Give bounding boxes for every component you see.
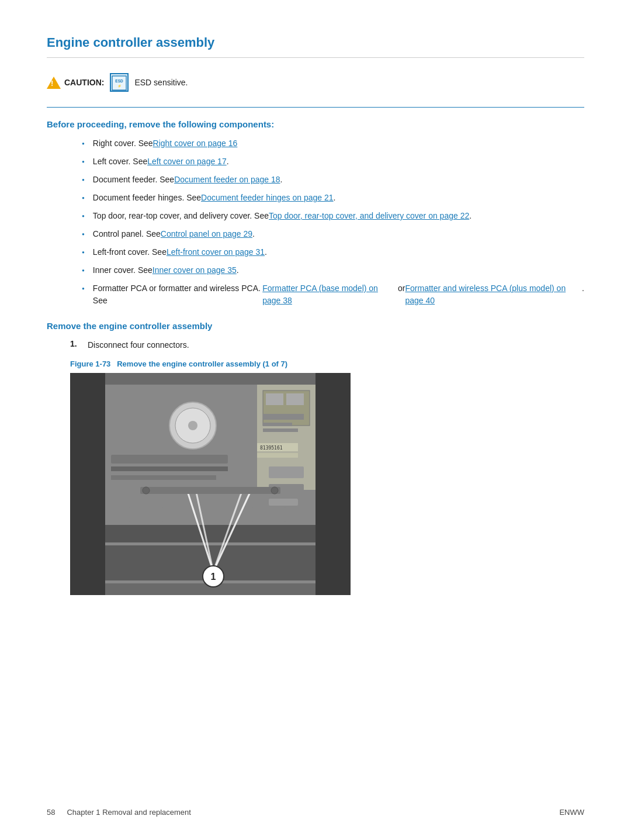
svg-rect-20	[105, 525, 316, 542]
link-doc-feeder[interactable]: Document feeder on page 18	[174, 174, 280, 186]
svg-rect-11	[263, 414, 304, 420]
svg-rect-18	[111, 466, 228, 471]
svg-rect-36	[257, 453, 298, 458]
caution-box: CAUTION: ESD ⚡ ESD sensitive.	[47, 68, 584, 101]
link-formatter-pca[interactable]: Formatter PCA (base model) on page 38	[262, 282, 398, 307]
link-doc-feeder-hinges[interactable]: Document feeder hinges on page 21	[201, 192, 334, 204]
title-divider	[47, 57, 584, 58]
svg-rect-19	[111, 475, 216, 480]
link-left-front-cover[interactable]: Left-front cover on page 31	[167, 246, 265, 258]
link-top-door[interactable]: Top door, rear-top cover, and delivery c…	[269, 210, 469, 222]
caution-label: CAUTION:	[47, 77, 104, 89]
esd-icon: ESD ⚡	[110, 73, 129, 92]
list-item: Left cover. See Left cover on page 17.	[82, 155, 584, 168]
figure-image: 81395161 1	[70, 373, 351, 595]
svg-rect-32	[129, 507, 164, 522]
svg-text:ESD: ESD	[116, 79, 124, 83]
prereq-heading: Before proceeding, remove the following …	[47, 119, 584, 129]
page: Engine controller assembly CAUTION: ESD …	[0, 0, 631, 840]
page-title: Engine controller assembly	[47, 35, 584, 50]
figure-label: Figure 1-73	[70, 359, 110, 368]
step-description: Disconnect four connectors.	[88, 339, 189, 351]
prereq-list: Right cover. See Right cover on page 16 …	[47, 137, 584, 307]
list-item: Right cover. See Right cover on page 16	[82, 137, 584, 150]
list-item: Inner cover. See Inner cover on page 35.	[82, 264, 584, 276]
svg-point-31	[271, 487, 278, 494]
link-left-cover[interactable]: Left cover on page 17	[147, 155, 226, 168]
page-footer: 58 Chapter 1 Removal and replacement ENW…	[47, 808, 584, 817]
footer-chapter: Chapter 1 Removal and replacement	[67, 808, 190, 817]
svg-rect-33	[251, 507, 286, 522]
footer-page-number: 58	[47, 808, 55, 817]
figure-description: Remove the engine controller assembly (1…	[117, 359, 287, 368]
list-item: Document feeder hinges. See Document fee…	[82, 192, 584, 204]
svg-text:⚡: ⚡	[117, 84, 122, 88]
svg-rect-9	[266, 393, 283, 405]
remove-section: Remove the engine controller assembly 1.…	[47, 321, 584, 595]
svg-text:81395161: 81395161	[260, 445, 283, 451]
svg-rect-22	[269, 466, 304, 478]
figure-caption: Figure 1-73 Remove the engine controller…	[70, 359, 584, 368]
svg-rect-24	[269, 499, 298, 506]
footer-brand: ENWW	[559, 808, 584, 817]
list-item: Document feeder. See Document feeder on …	[82, 174, 584, 186]
list-item: Control panel. See Control panel on page…	[82, 228, 584, 240]
svg-point-30	[143, 487, 150, 494]
caution-description: ESD sensitive.	[134, 78, 188, 87]
svg-rect-10	[286, 393, 304, 405]
list-item: Formatter PCA or formatter and wireless …	[82, 282, 584, 307]
svg-rect-5	[316, 373, 351, 595]
caution-triangle-icon	[47, 77, 61, 89]
link-control-panel[interactable]: Control panel on page 29	[161, 228, 252, 240]
svg-text:1: 1	[211, 572, 216, 582]
svg-rect-29	[140, 487, 280, 494]
caution-divider	[47, 107, 584, 108]
link-formatter-wireless-pca[interactable]: Formatter and wireless PCA (plus model) …	[405, 282, 583, 307]
figure-container: Figure 1-73 Remove the engine controller…	[47, 359, 584, 595]
caution-text: CAUTION:	[64, 78, 104, 87]
svg-rect-17	[111, 455, 228, 464]
footer-left: 58 Chapter 1 Removal and replacement	[47, 808, 191, 817]
link-right-cover[interactable]: Right cover on page 16	[153, 137, 238, 150]
remove-heading: Remove the engine controller assembly	[47, 321, 584, 331]
svg-rect-13	[263, 428, 298, 432]
link-inner-cover[interactable]: Inner cover on page 35	[152, 264, 237, 276]
list-item: Left-front cover. See Left-front cover o…	[82, 246, 584, 258]
step-1: 1. Disconnect four connectors.	[47, 339, 584, 351]
list-item: Top door, rear-top cover, and delivery c…	[82, 210, 584, 222]
svg-point-16	[188, 421, 197, 430]
svg-rect-4	[70, 373, 105, 595]
step-number: 1.	[70, 339, 82, 348]
svg-rect-12	[263, 423, 292, 426]
